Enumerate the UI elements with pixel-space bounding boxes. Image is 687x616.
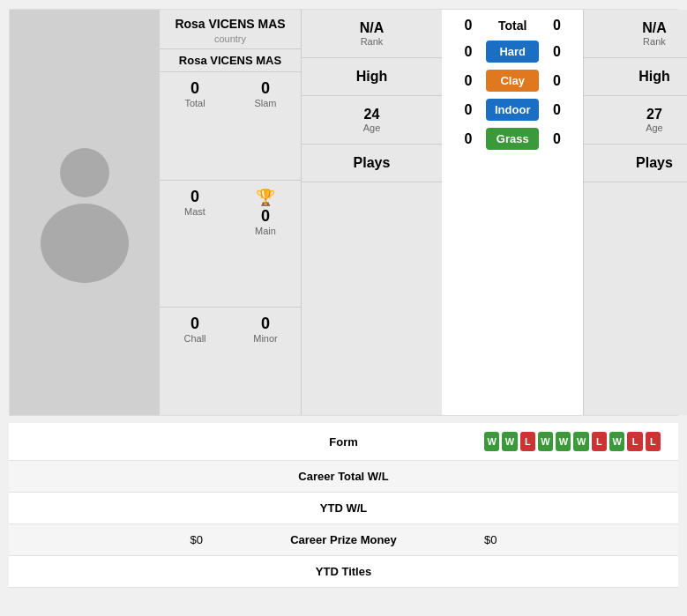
left-mast-label: Mast <box>164 206 226 217</box>
bottom-stats: Form WWLWWWLWLL Career Total W/L YTD W/L… <box>9 423 678 588</box>
form-badges: WWLWWWLWLL <box>484 432 661 451</box>
svg-point-1 <box>41 204 129 283</box>
clay-row: 0 Clay 0 <box>442 66 583 95</box>
grass-right-score: 0 <box>543 131 570 147</box>
left-rank-cell: N/A Rank <box>302 10 442 58</box>
left-silhouette-icon <box>32 142 138 283</box>
left-player-info: Rosa VICENS MAS country Rosa VICENS MAS … <box>160 10 301 415</box>
left-chall-value: 0 <box>164 315 226 333</box>
grass-left-score: 0 <box>455 131 482 147</box>
form-badge-w: W <box>556 432 571 451</box>
indoor-row: 0 Indoor 0 <box>442 95 583 124</box>
prize-label: Career Prize Money <box>203 533 484 546</box>
left-mast-value: 0 <box>164 188 226 206</box>
left-plays-cell: Plays <box>302 145 442 182</box>
prize-left: $0 <box>26 533 203 546</box>
left-mast-cell: 0 Mast <box>160 180 230 308</box>
form-row: Form WWLWWWLWLL <box>9 423 678 461</box>
grass-row: 0 Grass 0 <box>442 124 583 153</box>
left-slam-label: Slam <box>235 98 296 108</box>
right-rank-cell: N/A Rank <box>584 10 687 58</box>
left-total-value: 0 <box>164 79 226 98</box>
right-high-cell: High <box>584 58 687 96</box>
left-high-value: High <box>306 69 437 85</box>
ytd-wl-label: YTD W/L <box>203 501 484 515</box>
left-chall-cell: 0 Chall <box>160 307 230 415</box>
form-badge-w: W <box>484 432 499 451</box>
comparison-section: Rosa VICENS MAS country Rosa VICENS MAS … <box>9 9 678 416</box>
left-minor-value: 0 <box>235 315 296 333</box>
clay-button[interactable]: Clay <box>486 70 539 92</box>
titles-row: YTD Titles <box>9 556 678 588</box>
left-slam-cell: 0 Slam <box>230 71 301 180</box>
hard-button[interactable]: Hard <box>486 41 539 63</box>
left-slam-value: 0 <box>235 79 296 98</box>
form-label: Form <box>203 435 484 449</box>
left-player-name-lower: Rosa VICENS MAS <box>160 48 301 71</box>
total-label: Total <box>498 19 526 33</box>
left-rank-value: N/A <box>306 20 437 36</box>
right-plays-value: Plays <box>588 155 687 171</box>
left-high-cell: High <box>302 58 442 96</box>
form-badge-l: L <box>627 432 642 451</box>
right-age-value: 27 <box>588 107 687 122</box>
right-plays-cell: Plays <box>584 145 687 182</box>
left-chall-label: Chall <box>164 333 226 344</box>
right-age-label: Age <box>588 122 687 133</box>
right-age-cell: 27 Age <box>584 96 687 145</box>
hard-left-score: 0 <box>455 44 482 60</box>
left-minor-label: Minor <box>235 333 296 344</box>
left-plays-value: Plays <box>306 155 437 171</box>
left-total-cell: 0 Total <box>160 71 230 180</box>
clay-left-score: 0 <box>455 73 482 89</box>
left-age-cell: 24 Age <box>302 96 442 145</box>
left-minor-cell: 0 Minor <box>230 307 301 415</box>
left-detail-panel: N/A Rank High 24 Age Plays <box>301 10 442 415</box>
form-badge-l: L <box>646 432 661 451</box>
prize-row: $0 Career Prize Money $0 <box>9 524 678 556</box>
indoor-left-score: 0 <box>455 102 482 118</box>
left-age-value: 24 <box>306 107 437 122</box>
middle-scores: 0 Total 0 0 Hard 0 0 Clay 0 0 Indoor 0 <box>442 10 583 415</box>
form-badge-l: L <box>520 432 535 451</box>
total-left-score: 0 <box>455 18 482 33</box>
right-high-value: High <box>588 69 687 85</box>
total-row: 0 Total 0 <box>442 14 583 37</box>
left-main-value: 0 <box>235 207 296 226</box>
hard-right-score: 0 <box>543 44 570 60</box>
left-main-cell: 🏆 0 Main <box>230 180 301 308</box>
clay-right-score: 0 <box>543 73 570 89</box>
left-rank-label: Rank <box>306 36 437 47</box>
right-rank-value: N/A <box>588 20 687 36</box>
prize-right: $0 <box>484 533 661 546</box>
form-badge-w: W <box>609 432 624 451</box>
left-age-label: Age <box>306 122 437 133</box>
form-badge-l: L <box>592 432 607 451</box>
grass-button[interactable]: Grass <box>486 128 539 150</box>
main-container: Rosa VICENS MAS country Rosa VICENS MAS … <box>0 0 687 597</box>
ytd-wl-row: YTD W/L <box>9 493 678 524</box>
titles-label: YTD Titles <box>203 565 484 578</box>
left-total-label: Total <box>164 98 226 108</box>
career-wl-row: Career Total W/L <box>9 461 678 493</box>
left-stats-grid: 0 Total 0 Slam 0 Mast 🏆 0 Main 0 <box>160 71 301 415</box>
indoor-button[interactable]: Indoor <box>486 99 539 121</box>
left-trophy-icon: 🏆 <box>256 189 275 206</box>
career-wl-label: Career Total W/L <box>203 470 484 483</box>
form-badges-container: WWLWWWLWLL <box>484 432 661 451</box>
right-detail-panel: N/A Rank High 27 Age Plays <box>583 10 687 415</box>
form-badge-w: W <box>538 432 553 451</box>
hard-row: 0 Hard 0 <box>442 37 583 66</box>
left-player-photo <box>10 10 160 415</box>
svg-point-0 <box>60 148 109 197</box>
left-main-label: Main <box>235 226 296 236</box>
form-badge-w: W <box>502 432 517 451</box>
left-country: country <box>160 33 301 48</box>
indoor-right-score: 0 <box>543 102 570 118</box>
total-right-score: 0 <box>543 18 570 33</box>
left-player-name: Rosa VICENS MAS <box>160 10 301 33</box>
right-rank-label: Rank <box>588 36 687 47</box>
form-badge-w: W <box>573 432 588 451</box>
